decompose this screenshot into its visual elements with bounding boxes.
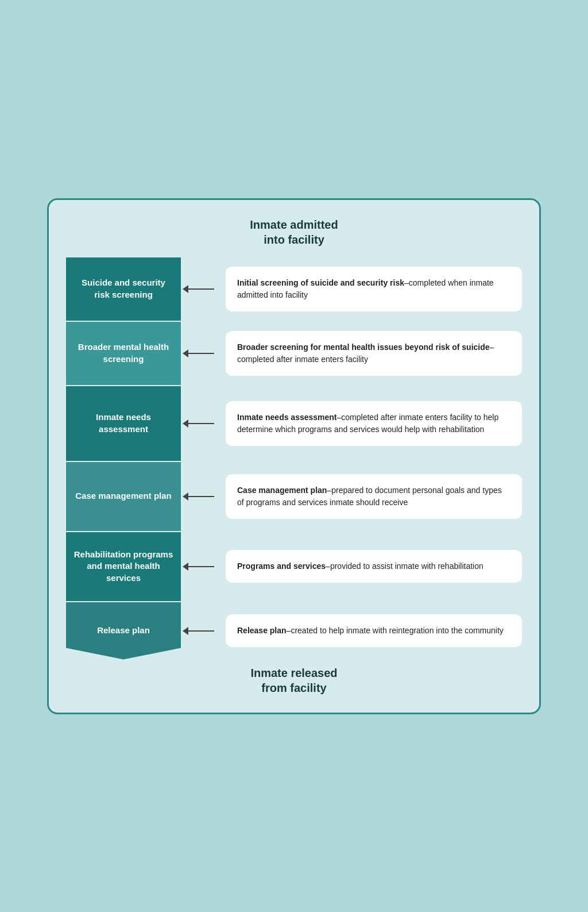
card-rehab-programs: Programs and services–provided to assist… bbox=[226, 550, 522, 583]
card-bold-needs-assessment: Inmate needs assessment bbox=[237, 413, 337, 422]
spine-segment-suicide-screening: Suicide and security risk screening bbox=[66, 257, 181, 321]
arrow-line-rehab-programs bbox=[188, 566, 214, 567]
right-content: Initial screening of suicide and securit… bbox=[181, 257, 522, 660]
right-row-mental-health-screening: Broader screening for mental health issu… bbox=[181, 322, 522, 385]
spine-segment-mental-health-screening: Broader mental health screening bbox=[66, 322, 181, 385]
main-card: Inmate admitted into facility Suicide an… bbox=[47, 198, 541, 714]
arrow-line-case-management bbox=[188, 496, 214, 497]
arrow-line-suicide-screening bbox=[188, 288, 214, 290]
arrow-left-case-management bbox=[183, 492, 214, 501]
top-label: Inmate admitted into facility bbox=[66, 217, 522, 247]
arrow-head-case-management bbox=[183, 492, 188, 501]
arrow-case-management bbox=[181, 492, 215, 501]
right-row-release-plan: Release plan–created to help inmate with… bbox=[181, 602, 522, 660]
arrow-release-plan bbox=[181, 627, 215, 635]
spine-segment-needs-assessment: Inmate needs assessment bbox=[66, 386, 181, 461]
card-bold-mental-health-screening: Broader screening for mental health issu… bbox=[237, 343, 490, 352]
arrow-head-mental-health-screening bbox=[183, 349, 188, 357]
arrow-suicide-screening bbox=[181, 285, 215, 293]
right-row-rehab-programs: Programs and services–provided to assist… bbox=[181, 532, 522, 601]
arrow-line-release-plan bbox=[188, 630, 214, 632]
right-row-needs-assessment: Inmate needs assessment–completed after … bbox=[181, 386, 522, 461]
arrow-left-release-plan bbox=[183, 627, 214, 635]
spine-column: Suicide and security risk screeningBroad… bbox=[66, 257, 181, 660]
card-text-mental-health-screening: completed after inmate enters facility bbox=[237, 355, 368, 364]
card-text-rehab-programs: provided to assist inmate with rehabilit… bbox=[330, 561, 483, 571]
card-case-management: Case management plan–prepared to documen… bbox=[226, 474, 522, 519]
bottom-label: Inmate released from facility bbox=[66, 665, 522, 695]
arrow-rehab-programs bbox=[181, 563, 215, 571]
card-mental-health-screening: Broader screening for mental health issu… bbox=[226, 331, 522, 376]
flow-diagram: Suicide and security risk screeningBroad… bbox=[66, 257, 522, 660]
arrow-head-needs-assessment bbox=[183, 420, 188, 428]
arrow-head-release-plan bbox=[183, 627, 188, 635]
arrow-left-mental-health-screening bbox=[183, 349, 214, 357]
card-suicide-screening: Initial screening of suicide and securit… bbox=[226, 267, 522, 311]
arrow-mental-health-screening bbox=[181, 349, 215, 357]
card-bold-suicide-screening: Initial screening of suicide and securit… bbox=[237, 278, 404, 287]
arrow-head-suicide-screening bbox=[183, 285, 188, 293]
spine-segment-release-plan: Release plan bbox=[66, 602, 181, 660]
right-row-case-management: Case management plan–prepared to documen… bbox=[181, 462, 522, 531]
arrow-left-rehab-programs bbox=[183, 563, 214, 571]
right-row-suicide-screening: Initial screening of suicide and securit… bbox=[181, 257, 522, 321]
card-release-plan: Release plan–created to help inmate with… bbox=[226, 614, 522, 647]
arrow-needs-assessment bbox=[181, 420, 215, 428]
arrow-line-needs-assessment bbox=[188, 423, 214, 424]
arrow-left-needs-assessment bbox=[183, 420, 214, 428]
arrow-left-suicide-screening bbox=[183, 285, 214, 293]
spine-segment-rehab-programs: Rehabilitation programs and mental healt… bbox=[66, 532, 181, 601]
spine-segment-case-management: Case management plan bbox=[66, 462, 181, 531]
arrow-line-mental-health-screening bbox=[188, 353, 214, 354]
card-bold-case-management: Case management plan bbox=[237, 486, 327, 495]
arrow-head-rehab-programs bbox=[183, 563, 188, 571]
card-text-release-plan: created to help inmate with reintegratio… bbox=[291, 626, 503, 635]
card-bold-release-plan: Release plan bbox=[237, 626, 287, 635]
card-bold-rehab-programs: Programs and services bbox=[237, 561, 326, 571]
card-needs-assessment: Inmate needs assessment–completed after … bbox=[226, 401, 522, 446]
